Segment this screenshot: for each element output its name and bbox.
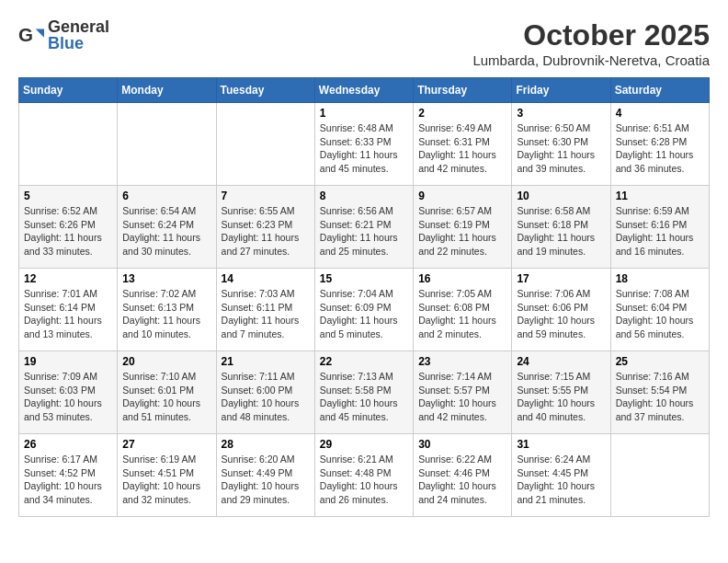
weekday-header-wednesday: Wednesday bbox=[314, 78, 413, 103]
calendar-day-cell: 12Sunrise: 7:01 AM Sunset: 6:14 PM Dayli… bbox=[19, 269, 118, 351]
day-info: Sunrise: 6:50 AM Sunset: 6:30 PM Dayligh… bbox=[517, 121, 605, 176]
weekday-header-monday: Monday bbox=[118, 78, 216, 103]
day-number: 18 bbox=[616, 272, 704, 285]
calendar-table: SundayMondayTuesdayWednesdayThursdayFrid… bbox=[18, 77, 710, 517]
day-info: Sunrise: 6:55 AM Sunset: 6:23 PM Dayligh… bbox=[222, 204, 310, 259]
day-info: Sunrise: 6:20 AM Sunset: 4:49 PM Dayligh… bbox=[222, 453, 310, 507]
calendar-subtitle: Lumbarda, Dubrovnik-Neretva, Croatia bbox=[472, 52, 710, 68]
day-number: 11 bbox=[616, 190, 704, 202]
weekday-header-friday: Friday bbox=[512, 78, 610, 103]
logo-icon: G bbox=[18, 22, 44, 48]
calendar-day-cell: 16Sunrise: 7:05 AM Sunset: 6:08 PM Dayli… bbox=[414, 269, 512, 351]
calendar-week-row: 5Sunrise: 6:52 AM Sunset: 6:26 PM Daylig… bbox=[19, 186, 710, 269]
day-info: Sunrise: 7:15 AM Sunset: 5:55 PM Dayligh… bbox=[517, 370, 605, 424]
day-info: Sunrise: 7:13 AM Sunset: 5:58 PM Dayligh… bbox=[320, 370, 408, 424]
title-block: October 2025 Lumbarda, Dubrovnik-Neretva… bbox=[472, 18, 710, 68]
day-number: 10 bbox=[517, 190, 605, 202]
day-number: 30 bbox=[418, 438, 506, 451]
day-number: 22 bbox=[320, 355, 408, 368]
day-number: 1 bbox=[320, 107, 408, 120]
day-number: 28 bbox=[222, 438, 310, 451]
calendar-week-row: 26Sunrise: 6:17 AM Sunset: 4:52 PM Dayli… bbox=[19, 434, 710, 517]
day-number: 9 bbox=[418, 190, 506, 202]
calendar-empty-cell bbox=[19, 103, 118, 186]
calendar-day-cell: 5Sunrise: 6:52 AM Sunset: 6:26 PM Daylig… bbox=[19, 186, 118, 269]
day-number: 23 bbox=[418, 355, 506, 368]
day-info: Sunrise: 6:24 AM Sunset: 4:45 PM Dayligh… bbox=[517, 453, 605, 507]
calendar-day-cell: 17Sunrise: 7:06 AM Sunset: 6:06 PM Dayli… bbox=[512, 269, 610, 351]
day-number: 14 bbox=[222, 272, 310, 285]
day-info: Sunrise: 7:04 AM Sunset: 6:09 PM Dayligh… bbox=[320, 287, 408, 341]
day-info: Sunrise: 6:49 AM Sunset: 6:31 PM Dayligh… bbox=[418, 121, 506, 176]
day-number: 8 bbox=[320, 190, 408, 202]
day-number: 12 bbox=[24, 272, 112, 285]
day-info: Sunrise: 6:19 AM Sunset: 4:51 PM Dayligh… bbox=[122, 453, 210, 507]
day-info: Sunrise: 7:10 AM Sunset: 6:01 PM Dayligh… bbox=[122, 370, 210, 424]
day-info: Sunrise: 7:11 AM Sunset: 6:00 PM Dayligh… bbox=[222, 370, 310, 424]
day-info: Sunrise: 7:14 AM Sunset: 5:57 PM Dayligh… bbox=[418, 370, 506, 424]
day-number: 20 bbox=[122, 355, 210, 368]
logo: G General Blue bbox=[18, 18, 109, 52]
day-number: 19 bbox=[24, 355, 112, 368]
calendar-empty-cell bbox=[610, 434, 709, 517]
logo-text: General Blue bbox=[48, 18, 109, 52]
day-number: 13 bbox=[122, 272, 210, 285]
day-info: Sunrise: 6:51 AM Sunset: 6:28 PM Dayligh… bbox=[616, 121, 704, 176]
day-number: 15 bbox=[320, 272, 408, 285]
calendar-day-cell: 19Sunrise: 7:09 AM Sunset: 6:03 PM Dayli… bbox=[19, 351, 118, 434]
day-number: 4 bbox=[616, 107, 704, 120]
page-header: G General Blue October 2025 Lumbarda, Du… bbox=[18, 18, 710, 68]
calendar-day-cell: 25Sunrise: 7:16 AM Sunset: 5:54 PM Dayli… bbox=[610, 351, 709, 434]
day-info: Sunrise: 6:56 AM Sunset: 6:21 PM Dayligh… bbox=[320, 204, 408, 259]
day-number: 17 bbox=[517, 272, 605, 285]
calendar-title: October 2025 bbox=[472, 18, 710, 52]
calendar-empty-cell bbox=[118, 103, 216, 186]
calendar-day-cell: 24Sunrise: 7:15 AM Sunset: 5:55 PM Dayli… bbox=[512, 351, 610, 434]
day-info: Sunrise: 6:59 AM Sunset: 6:16 PM Dayligh… bbox=[616, 204, 704, 259]
weekday-header-saturday: Saturday bbox=[610, 78, 709, 103]
day-number: 7 bbox=[222, 190, 310, 202]
calendar-day-cell: 22Sunrise: 7:13 AM Sunset: 5:58 PM Dayli… bbox=[314, 351, 413, 434]
day-info: Sunrise: 6:21 AM Sunset: 4:48 PM Dayligh… bbox=[320, 453, 408, 507]
day-info: Sunrise: 7:08 AM Sunset: 6:04 PM Dayligh… bbox=[616, 287, 704, 341]
day-number: 21 bbox=[222, 355, 310, 368]
day-number: 31 bbox=[517, 438, 605, 451]
day-info: Sunrise: 7:02 AM Sunset: 6:13 PM Dayligh… bbox=[122, 287, 210, 341]
calendar-day-cell: 7Sunrise: 6:55 AM Sunset: 6:23 PM Daylig… bbox=[216, 186, 314, 269]
day-info: Sunrise: 7:16 AM Sunset: 5:54 PM Dayligh… bbox=[616, 370, 704, 424]
calendar-day-cell: 18Sunrise: 7:08 AM Sunset: 6:04 PM Dayli… bbox=[610, 269, 709, 351]
day-info: Sunrise: 6:52 AM Sunset: 6:26 PM Dayligh… bbox=[24, 204, 112, 259]
day-number: 29 bbox=[320, 438, 408, 451]
day-number: 26 bbox=[24, 438, 112, 451]
day-number: 3 bbox=[517, 107, 605, 120]
day-info: Sunrise: 6:22 AM Sunset: 4:46 PM Dayligh… bbox=[418, 453, 506, 507]
calendar-day-cell: 3Sunrise: 6:50 AM Sunset: 6:30 PM Daylig… bbox=[512, 103, 610, 186]
calendar-day-cell: 21Sunrise: 7:11 AM Sunset: 6:00 PM Dayli… bbox=[216, 351, 314, 434]
calendar-week-row: 19Sunrise: 7:09 AM Sunset: 6:03 PM Dayli… bbox=[19, 351, 710, 434]
day-number: 2 bbox=[418, 107, 506, 120]
calendar-day-cell: 27Sunrise: 6:19 AM Sunset: 4:51 PM Dayli… bbox=[118, 434, 216, 517]
calendar-week-row: 1Sunrise: 6:48 AM Sunset: 6:33 PM Daylig… bbox=[19, 103, 710, 186]
day-info: Sunrise: 7:05 AM Sunset: 6:08 PM Dayligh… bbox=[418, 287, 506, 341]
day-info: Sunrise: 6:17 AM Sunset: 4:52 PM Dayligh… bbox=[24, 453, 112, 507]
weekday-header-sunday: Sunday bbox=[19, 78, 118, 103]
calendar-day-cell: 28Sunrise: 6:20 AM Sunset: 4:49 PM Dayli… bbox=[216, 434, 314, 517]
day-number: 16 bbox=[418, 272, 506, 285]
calendar-day-cell: 2Sunrise: 6:49 AM Sunset: 6:31 PM Daylig… bbox=[414, 103, 512, 186]
calendar-empty-cell bbox=[216, 103, 314, 186]
day-info: Sunrise: 6:58 AM Sunset: 6:18 PM Dayligh… bbox=[517, 204, 605, 259]
calendar-day-cell: 29Sunrise: 6:21 AM Sunset: 4:48 PM Dayli… bbox=[314, 434, 413, 517]
day-info: Sunrise: 6:48 AM Sunset: 6:33 PM Dayligh… bbox=[320, 121, 408, 176]
day-number: 6 bbox=[122, 190, 210, 202]
logo-general: General bbox=[48, 18, 109, 35]
day-number: 27 bbox=[122, 438, 210, 451]
calendar-day-cell: 31Sunrise: 6:24 AM Sunset: 4:45 PM Dayli… bbox=[512, 434, 610, 517]
day-number: 25 bbox=[616, 355, 704, 368]
calendar-day-cell: 26Sunrise: 6:17 AM Sunset: 4:52 PM Dayli… bbox=[19, 434, 118, 517]
calendar-day-cell: 8Sunrise: 6:56 AM Sunset: 6:21 PM Daylig… bbox=[314, 186, 413, 269]
weekday-header-tuesday: Tuesday bbox=[216, 78, 314, 103]
calendar-day-cell: 6Sunrise: 6:54 AM Sunset: 6:24 PM Daylig… bbox=[118, 186, 216, 269]
day-info: Sunrise: 6:57 AM Sunset: 6:19 PM Dayligh… bbox=[418, 204, 506, 259]
calendar-day-cell: 10Sunrise: 6:58 AM Sunset: 6:18 PM Dayli… bbox=[512, 186, 610, 269]
logo-blue: Blue bbox=[48, 35, 109, 52]
